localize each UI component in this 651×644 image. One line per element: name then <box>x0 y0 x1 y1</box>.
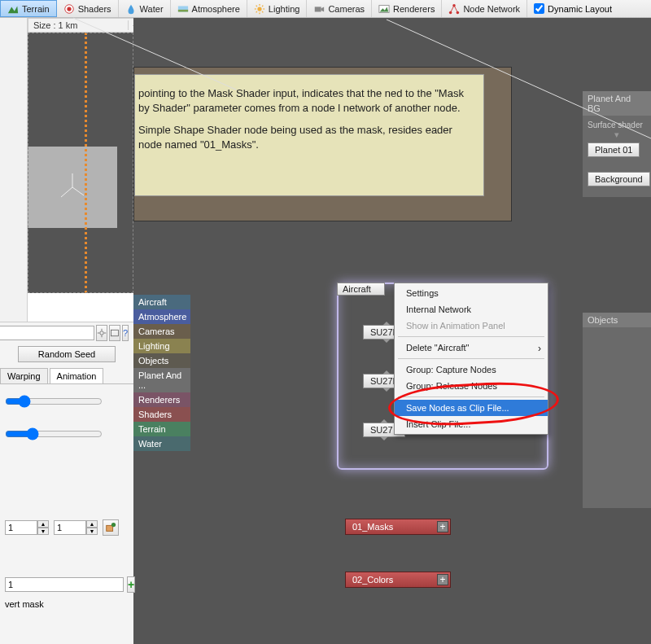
ctx-internal-network[interactable]: Internal Network <box>395 301 548 318</box>
svg-point-35 <box>111 523 116 527</box>
svg-rect-34 <box>107 525 113 531</box>
category-renderers[interactable]: Renderers <box>133 392 190 407</box>
random-seed-button[interactable]: Random Seed <box>18 346 116 362</box>
settings-tabs: Warping Animation <box>0 368 133 384</box>
panel-objects: Objects <box>583 313 651 508</box>
toolbar-lighting[interactable]: Lighting <box>247 0 308 17</box>
category-planet[interactable]: Planet And ... <box>133 368 190 392</box>
gear-icon <box>97 328 107 338</box>
header-node-label: 01_Masks <box>352 522 393 532</box>
ctx-separator <box>398 396 544 397</box>
category-water[interactable]: Water <box>133 436 190 451</box>
toolbar-label: Terrain <box>22 4 50 14</box>
tooltip-frame: pointing to the Mask Shader input, indic… <box>133 67 512 221</box>
spinbox-1[interactable]: ▲▼ <box>5 520 49 535</box>
svg-rect-14 <box>315 7 321 11</box>
svg-line-22 <box>454 5 457 12</box>
toolbar-shaders[interactable]: Shaders <box>57 0 119 17</box>
toolbar-atmosphere[interactable]: Atmosphere <box>171 0 247 17</box>
spin-up[interactable]: ▲ <box>37 520 49 528</box>
preview-pane <box>28 33 133 293</box>
terrain-icon <box>7 3 19 15</box>
settings-panel: ? Random Seed Warping Animation ▲▼ ▲▼ + … <box>0 322 133 644</box>
panel-header: Objects <box>583 313 651 327</box>
category-aircraft[interactable]: Aircraft <box>133 295 190 309</box>
spinbox-2-field[interactable] <box>54 520 86 535</box>
expand-icon[interactable]: + <box>437 574 448 585</box>
category-terrain[interactable]: Terrain <box>133 422 190 436</box>
add-mask-button[interactable]: + <box>127 576 135 593</box>
ctx-insert-clip[interactable]: Insert Clip File... <box>395 416 548 432</box>
dynamic-layout-label: Dynamic Layout <box>548 4 612 14</box>
header-node-masks[interactable]: 01_Masks + <box>345 519 451 535</box>
toolbar-node-network[interactable]: Node Network <box>442 0 527 17</box>
cameras-icon <box>313 3 325 15</box>
renderers-icon <box>378 3 390 15</box>
category-shaders[interactable]: Shaders <box>133 407 190 422</box>
lighting-icon <box>254 3 265 15</box>
header-node-label: 02_Colors <box>352 575 393 585</box>
tooltip-text-2: Simple Shape Shader node being used as t… <box>138 123 475 151</box>
preview-button[interactable] <box>109 325 120 341</box>
svg-rect-4 <box>177 9 187 11</box>
water-icon <box>125 3 137 15</box>
preview-icon <box>110 328 120 338</box>
header-node-colors[interactable]: 02_Colors + <box>345 572 451 588</box>
toolbar-water[interactable]: Water <box>119 0 171 17</box>
tooltip-text-1: pointing to the Mask Shader input, indic… <box>138 86 475 115</box>
name-field[interactable] <box>0 326 94 340</box>
planet-node-button[interactable]: Planet 01 <box>588 142 640 157</box>
category-lighting[interactable]: Lighting <box>133 339 190 353</box>
toolbar-label: Renderers <box>393 4 435 14</box>
gear-button[interactable] <box>96 325 107 341</box>
plus-icon: + <box>128 578 134 591</box>
category-objects[interactable]: Objects <box>133 353 190 368</box>
toolbar-label: Cameras <box>328 4 365 14</box>
toolbar-cameras[interactable]: Cameras <box>307 0 372 17</box>
ctx-settings[interactable]: Settings <box>395 285 548 301</box>
node-network-icon <box>448 3 460 15</box>
dynamic-layout-checkbox[interactable] <box>534 3 544 14</box>
background-node-button[interactable]: Background <box>588 172 650 186</box>
toolbar-terrain[interactable]: Terrain <box>0 0 57 17</box>
toolbar-label: Lighting <box>269 4 300 14</box>
tab-warping[interactable]: Warping <box>0 368 48 383</box>
help-icon: ? <box>123 328 128 338</box>
spinbox-1-field[interactable] <box>5 520 37 535</box>
ctx-save-clip[interactable]: Save Nodes as Clip File... <box>395 400 548 416</box>
svg-line-24 <box>61 187 72 197</box>
svg-line-12 <box>256 11 256 12</box>
spin-down[interactable]: ▼ <box>86 528 98 535</box>
svg-line-11 <box>262 11 263 12</box>
category-atmosphere[interactable]: Atmosphere <box>133 309 190 324</box>
camera-gizmo-icon <box>56 171 89 204</box>
ctx-delete[interactable]: Delete "Aircraft" <box>395 340 548 356</box>
slider-2[interactable] <box>5 427 103 440</box>
spin-up[interactable]: ▲ <box>86 520 98 528</box>
svg-marker-15 <box>321 7 325 11</box>
slider-1[interactable] <box>5 395 103 408</box>
ctx-group-release[interactable]: Group: Release Nodes <box>395 378 548 394</box>
ctx-separator <box>398 336 544 337</box>
context-menu: Settings Internal Network Show in Animat… <box>394 283 548 435</box>
dynamic-layout-toggle[interactable]: Dynamic Layout <box>527 0 618 17</box>
tab-animation[interactable]: Animation <box>50 368 104 383</box>
assign-shader-button[interactable] <box>103 519 119 536</box>
svg-point-5 <box>257 7 261 11</box>
atmosphere-icon <box>177 3 189 15</box>
panel-planet-bg: Planet And BG Surface shader ▾ Planet 01… <box>583 91 651 197</box>
help-button[interactable]: ? <box>122 325 129 341</box>
spinbox-2[interactable]: ▲▼ <box>54 520 98 535</box>
svg-rect-33 <box>111 330 118 336</box>
preview-thumbnail[interactable] <box>28 147 117 228</box>
size-label: Size : 1 km <box>28 20 128 30</box>
toolbar-renderers[interactable]: Renderers <box>372 0 442 17</box>
mask-field[interactable] <box>5 577 124 592</box>
node-canvas[interactable]: pointing to the Mask Shader input, indic… <box>133 18 651 644</box>
expand-icon[interactable]: + <box>437 521 448 532</box>
group-title[interactable]: Aircraft <box>337 283 385 296</box>
ctx-group-capture[interactable]: Group: Capture Nodes <box>395 361 548 378</box>
category-cameras[interactable]: Cameras <box>133 324 190 339</box>
panel-header: Planet And BG <box>583 91 651 116</box>
spin-down[interactable]: ▼ <box>37 528 49 535</box>
